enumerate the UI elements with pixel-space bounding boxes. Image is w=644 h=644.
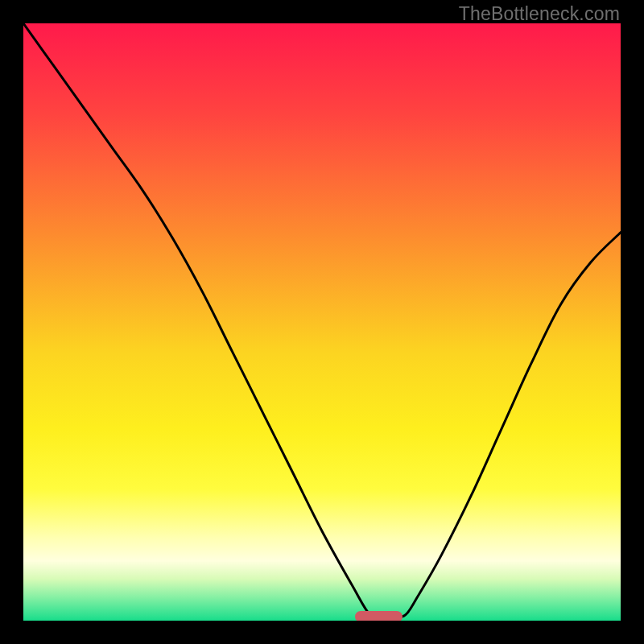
bottleneck-curve — [23, 23, 621, 621]
optimal-marker — [355, 611, 402, 621]
chart-frame: TheBottleneck.com — [0, 0, 644, 644]
plot-area — [23, 23, 621, 621]
watermark-text: TheBottleneck.com — [459, 3, 620, 25]
